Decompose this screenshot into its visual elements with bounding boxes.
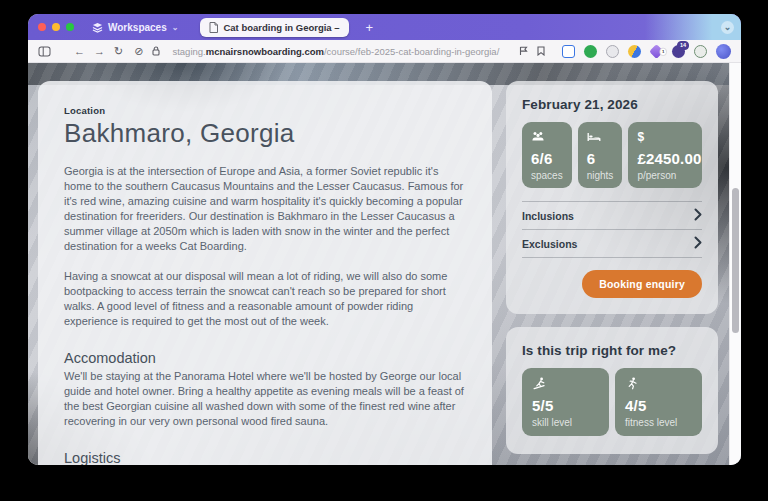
chat-extension-badge: 14 [677,41,689,51]
new-tab-button[interactable]: + [366,21,374,34]
inclusions-row[interactable]: Inclusions [522,202,702,230]
booking-links: Inclusions Exclusions [522,201,702,258]
fit-stats: 5/5 skill level 4/5 fitness level [522,368,702,436]
macos-traffic-lights [38,23,74,31]
inclusions-label: Inclusions [522,210,574,222]
workspaces-menu[interactable]: Workspaces ⌄ [92,22,178,33]
runner-icon [625,377,692,390]
spaces-tile: 6/6 spaces [522,122,572,188]
page-scrollbar[interactable] [729,63,741,465]
browser-toolbar: ← → ↻ ⊘ staging.mcnairsnowboarding.com/c… [28,40,741,63]
bookmark-icon[interactable] [537,46,545,56]
content-blocker-icon[interactable]: ⊘ [134,46,143,57]
nights-label: nights [587,170,614,181]
lock-icon [152,46,160,56]
workspaces-icon [92,22,103,33]
browser-tab-bar: Workspaces ⌄ Cat boarding in Georgia – +… [28,14,741,40]
chevron-down-icon: ⌄ [172,23,179,32]
flag-icon[interactable] [519,46,528,56]
reload-button[interactable]: ↻ [114,46,123,57]
snowboarder-icon [532,377,599,390]
workspaces-label: Workspaces [108,22,167,33]
browser-window: Workspaces ⌄ Cat boarding in Georgia – +… [28,14,741,465]
chevron-right-icon [694,235,702,253]
url-subdomain: staging. [172,46,205,57]
dollar-icon: $ [637,130,693,143]
location-label: Location [64,105,464,116]
ghost-extension-icon[interactable] [606,45,619,58]
check-extension-icon[interactable] [584,45,597,58]
page-title: Bakhmaro, Georgia [64,118,464,149]
skill-label: skill level [532,417,599,428]
palette-extension-icon[interactable] [628,45,641,58]
spiral-extension-icon[interactable] [694,45,707,58]
booking-sidebar: February 21, 2026 6/6 spaces [506,81,718,454]
chevron-right-icon [694,207,702,225]
zoom-window-button[interactable] [66,23,74,31]
booking-card: February 21, 2026 6/6 spaces [506,81,718,314]
minimize-window-button[interactable] [52,23,60,31]
trip-fit-title: Is this trip right for me? [522,343,702,358]
skill-tile: 5/5 skill level [522,368,609,436]
nights-value: 6 [587,150,614,167]
trip-fit-card: Is this trip right for me? 5/5 skill lev… [506,327,718,454]
accommodation-paragraph: We'll be staying at the Panorama Hotel w… [64,369,464,429]
skill-value: 5/5 [532,397,599,414]
fitness-tile: 4/5 fitness level [615,368,702,436]
screenshot-stage: Workspaces ⌄ Cat boarding in Georgia – +… [0,0,768,501]
accommodation-heading: Accomodation [64,350,464,366]
profile-avatar[interactable] [716,44,731,59]
intro-paragraph: Georgia is at the intersection of Europe… [64,164,464,254]
trip-description-card: Location Bakhmaro, Georgia Georgia is at… [38,81,492,465]
price-tile: $ £2450.00 p/person [628,122,702,188]
price-value: £2450.00 [637,150,693,167]
diamond-extension-icon[interactable]: 1 [649,44,664,59]
bed-icon [587,130,614,143]
close-window-button[interactable] [38,23,46,31]
logistics-heading: Logistics [64,450,464,465]
diamond-extension-badge: 1 [660,47,667,55]
url-domain: mcnairsnowboarding.com [206,46,324,57]
forward-button[interactable]: → [94,46,105,57]
people-icon [531,130,563,143]
tab-title: Cat boarding in Georgia – [223,22,339,33]
panel-chevron-down-icon[interactable]: ⌄ [721,21,734,34]
url-path: /course/feb-2025-cat-boarding-in-georgia… [324,46,499,57]
page-favicon-icon [209,22,218,33]
back-button[interactable]: ← [74,46,85,57]
chat-extension-icon[interactable]: 14 [672,45,685,58]
exclusions-row[interactable]: Exclusions [522,230,702,258]
tabbar-corner-panel: ⌄ [645,14,741,40]
departure-date: February 21, 2026 [522,97,702,112]
booking-enquiry-button[interactable]: Booking enquiry [582,270,702,298]
nights-tile: 6 nights [578,122,623,188]
active-tab[interactable]: Cat boarding in Georgia – [200,18,348,37]
fitness-value: 4/5 [625,397,692,414]
price-label: p/person [637,170,693,181]
scrollbar-thumb[interactable] [732,188,739,333]
exclusions-label: Exclusions [522,238,577,250]
page-viewport: Location Bakhmaro, Georgia Georgia is at… [28,63,741,465]
fitness-label: fitness level [625,417,692,428]
share-extension-icon[interactable] [562,45,575,58]
riding-paragraph: Having a snowcat at our disposal will me… [64,269,464,329]
spaces-label: spaces [531,170,563,181]
address-bar[interactable]: staging.mcnairsnowboarding.com/course/fe… [172,46,510,57]
booking-stats: 6/6 spaces 6 nights $ £2450.00 [522,122,702,188]
spaces-value: 6/6 [531,150,563,167]
sidebar-toggle-icon[interactable] [38,46,51,57]
